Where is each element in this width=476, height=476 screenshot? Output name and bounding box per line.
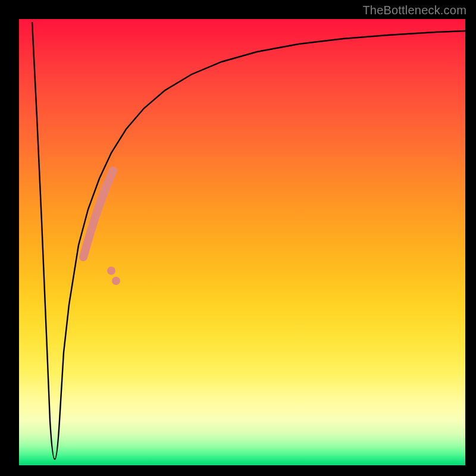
- plot-area: [19, 19, 465, 465]
- curve-overlay: [19, 19, 465, 465]
- bottleneck-curve: [32, 22, 465, 459]
- attribution-label: TheBottleneck.com: [362, 4, 466, 17]
- chart-frame: TheBottleneck.com: [0, 0, 476, 476]
- highlight-dot: [107, 267, 115, 275]
- highlight-dot: [112, 277, 120, 285]
